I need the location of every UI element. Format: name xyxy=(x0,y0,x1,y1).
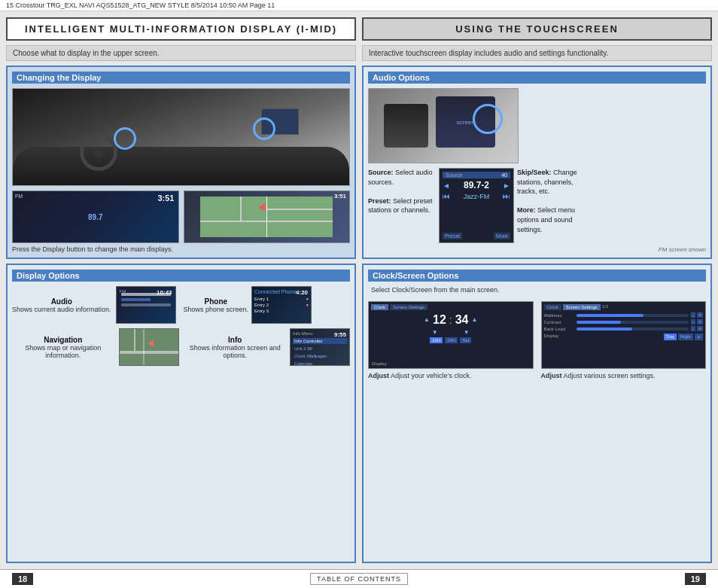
clock-ui-content: Clock Screen Settings ▲ 12 : 34 xyxy=(369,302,533,346)
clock-screens: Clock Screen Settings ▲ 12 : 34 xyxy=(368,301,706,379)
toc-link[interactable]: TABLE OF CONTENTS xyxy=(310,573,408,585)
clock-time-display: ▲ 12 : 34 ▲ xyxy=(371,313,531,327)
clock-adjust-caption: Adjust Adjust your vehicle’s clock. xyxy=(368,372,534,379)
car-interior-image xyxy=(12,88,350,186)
display-options-section: Display Options Audio Shows current audi… xyxy=(6,264,356,563)
display-caption: Press the Display button to change the m… xyxy=(12,245,179,253)
brightness-minus[interactable]: - xyxy=(691,312,695,318)
left-subtitle: Choose what to display in the upper scre… xyxy=(13,49,160,57)
backload-arrows: - + xyxy=(691,326,703,331)
right-section-header: USING THE TOUCHSCREEN xyxy=(362,17,712,41)
display-options-grid: Audio Shows current audio information. F… xyxy=(12,286,350,366)
two-display-images: FM 3:51 89.7 Press the Display button to… xyxy=(12,190,350,253)
nav-arrow xyxy=(148,339,156,347)
info-option-screen: 9:55 Info Menu Info Controller Unit 2 MI… xyxy=(290,328,350,366)
settings-tab-clock[interactable]: Clock xyxy=(544,304,561,310)
more-btn[interactable]: More xyxy=(494,233,510,239)
option-phone: Phone Shows phone screen. 4:20 Connected… xyxy=(184,286,351,324)
settings-tab-screen[interactable]: Screen Settings xyxy=(563,304,601,310)
contrast-plus[interactable]: + xyxy=(697,319,703,324)
audio-option-screen: FM 10:43 xyxy=(116,286,176,324)
contrast-row: Contrast - + xyxy=(544,319,704,324)
clock-tab-clock[interactable]: Clock xyxy=(371,304,388,310)
fm-screen-note: FM screen shown xyxy=(368,246,706,253)
nav-map-lines xyxy=(120,329,178,365)
audio-left-annotations: Source: Select audio sources. Preset: Se… xyxy=(368,168,436,215)
brightness-arrows: - + xyxy=(691,312,703,318)
right-subtitle-bar: Interactive touchscreen display includes… xyxy=(362,45,712,61)
prev-btn[interactable]: ◄ xyxy=(443,181,450,190)
audio-bottom-row: Preset More xyxy=(443,233,510,239)
meta-bar: 15 Crosstour TRG_EXL NAVI AQS51528_ATG_N… xyxy=(0,0,718,11)
contrast-bar xyxy=(577,321,689,324)
hour-up-arrow: ▲ xyxy=(424,317,430,323)
clock-display-label: Display xyxy=(372,361,387,366)
clock-subtitle: Select Clock/Screen from the main screen… xyxy=(368,285,706,295)
set-btn[interactable]: Set xyxy=(460,337,471,343)
next-track-btn[interactable]: ⏭ xyxy=(503,192,510,200)
backload-minus[interactable]: - xyxy=(691,326,695,331)
left-title: INTELLIGENT MULTI-INFORMATION DISPLAY (i… xyxy=(25,23,337,35)
audio-screen-content: Source 40 ◄ 89.7-2 ► ⏮ xyxy=(440,169,513,242)
circle-highlight-right xyxy=(253,117,275,140)
bottom-bar: 18 TABLE OF CONTENTS 19 xyxy=(0,569,718,588)
minute-down-arrow[interactable]: ▼ xyxy=(464,330,470,336)
option-nav-text: Navigation Shows map or navigation infor… xyxy=(12,336,114,359)
format-12h-btn[interactable]: 12H xyxy=(430,337,443,343)
next-btn[interactable]: ► xyxy=(503,181,510,190)
backload-plus[interactable]: + xyxy=(697,326,703,331)
format-24h-btn[interactable]: 24H xyxy=(445,337,458,343)
left-subtitle-bar: Choose what to display in the upper scre… xyxy=(6,45,356,61)
audio-nav-row: ◄ 89.7-2 ► xyxy=(443,180,510,190)
clock-adjust-screen: Clock Screen Settings ▲ 12 : 34 xyxy=(368,301,534,369)
settings-screen: Clock Screen Settings 1/2 Wallness xyxy=(541,301,707,369)
audio-circle-highlight xyxy=(473,104,503,134)
source-label: Source xyxy=(446,172,462,178)
page-container: 15 Crosstour TRG_EXL NAVI AQS51528_ATG_N… xyxy=(0,0,718,588)
right-title: USING THE TOUCHSCREEN xyxy=(455,23,619,35)
nav-display-image: 3:51 xyxy=(184,190,351,253)
changing-display-title: Changing the Display xyxy=(12,72,350,84)
main-content: INTELLIGENT MULTI-INFORMATION DISPLAY (i… xyxy=(0,11,718,569)
option-audio: Audio Shows current audio information. F… xyxy=(12,286,179,324)
brightness-row: Wallness - + xyxy=(544,312,704,318)
day-btn[interactable]: Day xyxy=(664,334,677,340)
brightness-fill xyxy=(577,314,643,317)
option-navigation: Navigation Shows map or navigation infor… xyxy=(12,328,179,366)
hour-down-arrow[interactable]: ▼ xyxy=(432,330,438,336)
clock-adjust-item: Clock Screen Settings ▲ 12 : 34 xyxy=(368,301,534,379)
page-num-right: 19 xyxy=(685,573,706,585)
settings-tabs: Clock Screen Settings 1/2 xyxy=(544,304,704,310)
left-section-header: INTELLIGENT MULTI-INFORMATION DISPLAY (i… xyxy=(6,17,356,41)
backload-label: Back Load xyxy=(544,327,574,331)
contrast-label: Contrast xyxy=(544,320,574,324)
clock-tab-screen-settings[interactable]: Screen Settings xyxy=(390,304,427,310)
audio-car-area: screen xyxy=(368,88,706,163)
fm-badge: FM xyxy=(15,193,23,199)
x-btn[interactable]: ✕ xyxy=(695,334,703,340)
preset-btn[interactable]: Preset xyxy=(443,233,462,239)
backload-fill xyxy=(577,328,633,331)
audio-source-row: Source 40 xyxy=(443,172,510,178)
fm-display-image: FM 3:51 89.7 Press the Display button to… xyxy=(12,190,179,253)
map-grid xyxy=(200,197,333,237)
changing-display-section: Changing the Display xyxy=(6,66,356,259)
display-options-title: Display Options xyxy=(12,270,350,282)
night-btn[interactable]: Night xyxy=(678,334,693,340)
left-column: INTELLIGENT MULTI-INFORMATION DISPLAY (i… xyxy=(6,17,356,563)
settings-adjust-item: Clock Screen Settings 1/2 Wallness xyxy=(541,301,707,379)
option-info-text: Info Shows information screen and option… xyxy=(184,336,288,359)
prev-track-btn[interactable]: ⏮ xyxy=(443,192,450,200)
settings-display-label: Display xyxy=(544,334,559,340)
clock-hour: 12 xyxy=(433,313,446,327)
contrast-minus[interactable]: - xyxy=(691,319,695,324)
audio-right-annotations: Skip/Seek: Change stations, channels, tr… xyxy=(517,168,585,234)
option-audio-text: Audio Shows current audio information. xyxy=(12,297,111,313)
clock-options-title: Clock/Screen Options xyxy=(368,270,706,282)
minute-up-arrow: ▲ xyxy=(471,317,477,323)
clock-minute: 34 xyxy=(455,313,469,327)
brightness-plus[interactable]: + xyxy=(697,312,703,318)
audio-screen: Source 40 ◄ 89.7-2 ► ⏮ xyxy=(439,168,514,243)
clock-tabs: Clock Screen Settings xyxy=(371,304,531,310)
audio-track-row: ⏮ Jazz-FM ⏭ xyxy=(443,192,510,200)
